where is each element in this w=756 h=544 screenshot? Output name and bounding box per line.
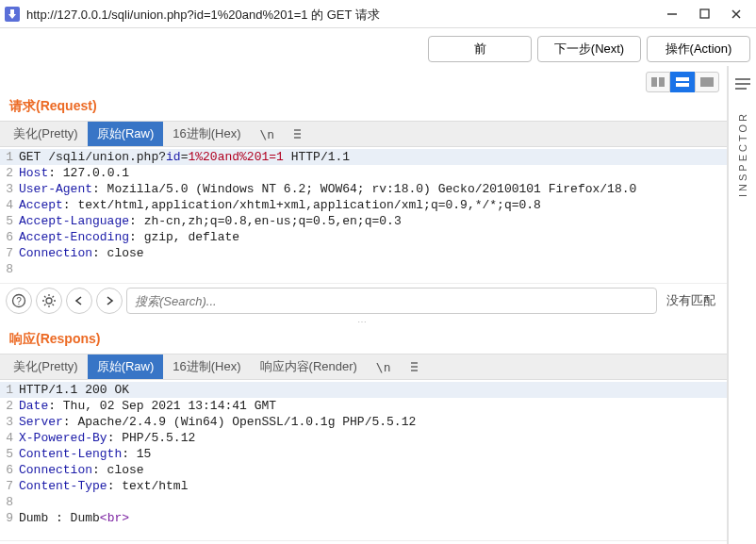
request-no-match-label: 没有匹配 xyxy=(661,292,721,309)
svg-line-20 xyxy=(44,296,46,298)
svg-rect-8 xyxy=(676,83,689,87)
tab-menu-icon[interactable] xyxy=(284,122,310,146)
code-line: 6Connection: close xyxy=(0,462,727,478)
tab-render[interactable]: 响应内容(Render) xyxy=(251,354,367,379)
inspector-menu-icon[interactable] xyxy=(732,74,753,94)
request-search-row: ? 没有匹配 xyxy=(0,283,727,318)
inspector-label: INSPECTOR xyxy=(737,111,748,197)
minimize-button[interactable] xyxy=(656,0,688,28)
svg-rect-9 xyxy=(700,77,714,87)
svg-line-21 xyxy=(53,305,55,306)
response-tabs: 美化(Pretty) 原始(Raw) 16进制(Hex) 响应内容(Render… xyxy=(0,354,727,380)
code-line: 5Accept-Language: zh-cn,zh;q=0.8,en-us;q… xyxy=(0,213,727,229)
code-line: 2Date: Thu, 02 Sep 2021 13:14:41 GMT xyxy=(0,398,727,414)
tab-hex[interactable]: 16进制(Hex) xyxy=(163,122,250,146)
svg-line-23 xyxy=(53,296,55,298)
app-icon xyxy=(4,6,21,23)
code-line: 4Accept: text/html,application/xhtml+xml… xyxy=(0,197,727,213)
code-line: 3Server: Apache/2.4.9 (Win64) OpenSSL/1.… xyxy=(0,414,727,430)
inspector-sidebar[interactable]: INSPECTOR xyxy=(728,66,756,544)
request-search-input[interactable] xyxy=(126,288,657,314)
tab-menu-icon[interactable] xyxy=(401,354,427,379)
tab-newline[interactable]: \n xyxy=(367,354,401,379)
next-match-button[interactable] xyxy=(96,288,123,314)
svg-line-22 xyxy=(44,305,46,306)
next-button[interactable]: 下一步(Next) xyxy=(537,36,641,62)
code-line: 7Connection: close xyxy=(0,245,727,261)
pane-divider[interactable]: ⋯ xyxy=(0,318,727,325)
close-button[interactable] xyxy=(720,0,752,28)
code-line: 3User-Agent: Mozilla/5.0 (Windows NT 6.2… xyxy=(0,181,727,197)
request-title: 请求(Request) xyxy=(0,92,727,121)
tab-raw[interactable]: 原始(Raw) xyxy=(88,354,164,379)
svg-rect-6 xyxy=(659,77,665,87)
code-line: 7Content-Type: text/html xyxy=(0,478,727,494)
response-raw-text[interactable]: 1HTTP/1.1 200 OK2Date: Thu, 02 Sep 2021 … xyxy=(0,380,727,540)
response-search-row: ? 没有匹配 xyxy=(0,540,727,544)
titlebar: http://127.0.0.1/sqli/union.php?id=1%20a… xyxy=(0,0,756,28)
code-line: 4X-Powered-By: PHP/5.5.12 xyxy=(0,430,727,446)
layout-rows-button[interactable] xyxy=(670,72,695,92)
request-pane: 请求(Request) 美化(Pretty) 原始(Raw) 16进制(Hex)… xyxy=(0,92,727,318)
view-toggle-group xyxy=(0,66,727,92)
code-line: 1GET /sqli/union.php?id=1%20and%201=1 HT… xyxy=(0,149,727,165)
svg-text:?: ? xyxy=(16,296,22,306)
tab-hex[interactable]: 16进制(Hex) xyxy=(163,354,250,379)
request-tabs: 美化(Pretty) 原始(Raw) 16进制(Hex) \n xyxy=(0,121,727,147)
svg-rect-5 xyxy=(651,77,657,87)
tab-pretty[interactable]: 美化(Pretty) xyxy=(4,354,88,379)
gear-icon[interactable] xyxy=(36,288,62,314)
response-pane: 响应(Respons) 美化(Pretty) 原始(Raw) 16进制(Hex)… xyxy=(0,325,727,544)
tab-pretty[interactable]: 美化(Pretty) xyxy=(4,122,88,146)
code-line: 2Host: 127.0.0.1 xyxy=(0,165,727,181)
code-line: 6Accept-Encoding: gzip, deflate xyxy=(0,229,727,245)
request-raw-text[interactable]: 1GET /sqli/union.php?id=1%20and%201=1 HT… xyxy=(0,147,727,283)
layout-columns-button[interactable] xyxy=(646,72,670,92)
code-line: 8 xyxy=(0,494,727,510)
code-line: 1HTTP/1.1 200 OK xyxy=(0,382,727,398)
front-button[interactable]: 前 xyxy=(428,36,532,62)
code-line: 5Content-Length: 15 xyxy=(0,446,727,462)
svg-rect-7 xyxy=(676,77,689,81)
window-title: http://127.0.0.1/sqli/union.php?id=1%20a… xyxy=(26,5,656,24)
response-title: 响应(Respons) xyxy=(0,325,727,354)
svg-rect-2 xyxy=(700,9,709,18)
action-button[interactable]: 操作(Action) xyxy=(647,36,750,62)
svg-point-15 xyxy=(46,298,52,304)
code-line: 8 xyxy=(0,261,727,277)
top-actions: 前 下一步(Next) 操作(Action) xyxy=(0,28,756,66)
maximize-button[interactable] xyxy=(688,0,720,28)
tab-raw[interactable]: 原始(Raw) xyxy=(88,122,164,146)
help-icon[interactable]: ? xyxy=(6,288,32,314)
tab-newline[interactable]: \n xyxy=(251,122,285,146)
layout-single-button[interactable] xyxy=(695,72,719,92)
prev-match-button[interactable] xyxy=(66,288,92,314)
code-line: 9Dumb : Dumb<br> xyxy=(0,510,727,526)
